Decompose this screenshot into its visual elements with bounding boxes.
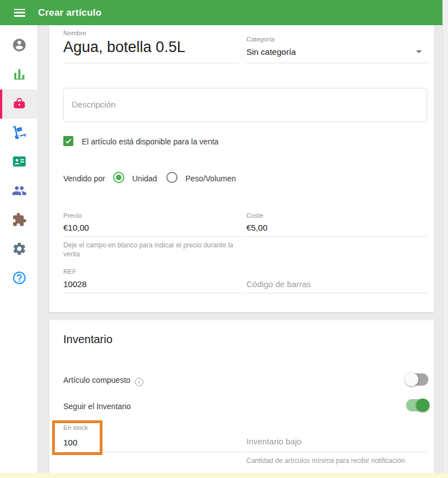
descripcion-placeholder: Descripción xyxy=(72,100,115,109)
radio-peso-volumen-label: Peso/Volumen xyxy=(185,174,236,183)
en-stock-underline xyxy=(63,452,245,452)
inventory-dolly-icon xyxy=(12,125,27,142)
sidebar xyxy=(0,25,38,478)
nombre-label: Nombre xyxy=(63,30,86,36)
sidebar-item-reports[interactable] xyxy=(0,60,38,90)
ref-underline xyxy=(63,293,245,293)
scrollbar[interactable] xyxy=(442,0,448,478)
radio-unidad[interactable] xyxy=(113,172,124,183)
ref-input[interactable]: 10028 xyxy=(63,279,87,289)
sidebar-item-articles[interactable] xyxy=(0,90,38,119)
articulo-compuesto-label: Artículo compuestoi xyxy=(63,376,143,386)
codigo-barras-underline xyxy=(246,293,427,293)
coste-input[interactable]: €5,00 xyxy=(246,223,268,232)
inventario-card: Inventario Artículo compuestoi Seguir el… xyxy=(49,320,434,478)
chevron-down-icon[interactable] xyxy=(416,50,422,53)
seguir-inventario-toggle[interactable] xyxy=(406,399,428,411)
articulo-compuesto-toggle[interactable] xyxy=(406,373,428,386)
sidebar-item-inventory[interactable] xyxy=(0,119,38,148)
descripcion-input[interactable]: Descripción xyxy=(63,88,427,122)
menu-icon[interactable] xyxy=(14,9,25,17)
precio-underline xyxy=(63,236,245,237)
categoria-select[interactable]: Sin categoría xyxy=(246,47,296,57)
precio-helper: Deje el campo en blanco para indicar el … xyxy=(63,241,248,259)
sidebar-item-apps[interactable] xyxy=(0,206,38,235)
apps-puzzle-icon xyxy=(12,212,27,229)
disponible-checkbox[interactable] xyxy=(63,136,73,146)
categoria-underline xyxy=(246,63,430,63)
coste-underline xyxy=(246,236,427,237)
precio-input[interactable]: €10,00 xyxy=(63,223,89,232)
codigo-barras-input[interactable]: Código de barras xyxy=(246,279,311,289)
inventario-bajo-helper: Cantidad de artículos mínima para recibi… xyxy=(246,456,431,465)
toggle-knob xyxy=(405,373,418,386)
inventario-title: Inventario xyxy=(63,333,113,346)
customers-card-icon xyxy=(12,154,27,171)
ref-label: REF xyxy=(63,268,76,275)
sidebar-item-settings[interactable] xyxy=(0,235,38,264)
seguir-inventario-label: Seguir el Inventario xyxy=(63,402,131,411)
en-stock-input[interactable]: 100 xyxy=(63,438,77,447)
coste-label: Coste xyxy=(246,212,263,219)
article-form-card: Nombre Agua, botella 0.5L Categoría Sin … xyxy=(49,25,434,312)
nombre-underline xyxy=(63,63,240,63)
articles-basket-icon xyxy=(12,96,27,113)
app-header: Crear artículo xyxy=(0,0,442,25)
radio-peso-volumen[interactable] xyxy=(166,172,178,183)
settings-gear-icon xyxy=(12,241,27,259)
sidebar-item-customers[interactable] xyxy=(0,148,38,177)
info-icon[interactable]: i xyxy=(135,378,143,386)
sidebar-item-account[interactable] xyxy=(0,31,38,60)
bottom-highlight-strip xyxy=(0,473,448,478)
account-icon xyxy=(12,38,27,55)
categoria-label: Categoría xyxy=(246,36,275,43)
help-icon xyxy=(12,270,27,288)
vendido-por-label: Vendido por xyxy=(63,174,105,183)
check-icon xyxy=(64,137,72,145)
sidebar-item-employees[interactable] xyxy=(0,177,38,206)
nombre-input[interactable]: Agua, botella 0.5L xyxy=(63,39,185,56)
employees-people-icon xyxy=(12,183,27,200)
inventario-bajo-underline xyxy=(246,452,427,452)
toggle-knob xyxy=(416,399,430,412)
radio-unidad-label: Unidad xyxy=(132,174,157,183)
inventario-bajo-input[interactable]: Inventario bajo xyxy=(246,437,301,446)
sidebar-item-help[interactable] xyxy=(0,264,38,293)
reports-chart-icon xyxy=(12,67,27,84)
disponible-label: El artículo está disponible para la vent… xyxy=(82,137,218,146)
en-stock-label: En stock xyxy=(63,424,88,431)
precio-label: Precio xyxy=(63,212,82,219)
page-title: Crear artículo xyxy=(38,7,101,18)
